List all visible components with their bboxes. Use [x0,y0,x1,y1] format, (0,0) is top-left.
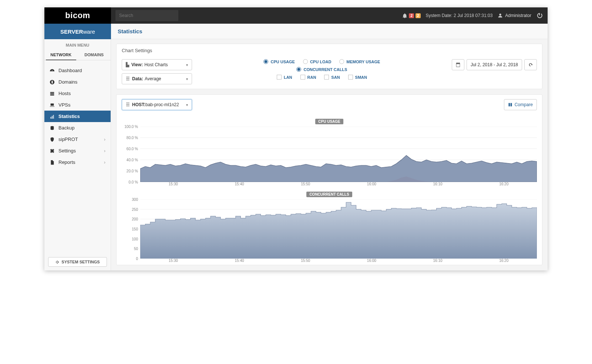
chart-cpu-usage: CPU USAGE0.0 %20.0 %40.0 %60.0 %80.0 %10… [117,115,542,188]
metric-mem-usage[interactable]: MEMORY USAGE [339,59,380,64]
sidebar-item-label: Settings [58,148,76,154]
search-box[interactable] [115,10,178,21]
notifications[interactable]: 2 2 [402,13,420,18]
user-icon [498,13,503,18]
y-tick: 100 [132,237,138,241]
laptop-icon [50,102,55,108]
server-icon: ☰ [126,102,130,107]
subheader: SERVERware Statistics [44,24,548,39]
y-tick: 20.0 % [127,169,138,173]
user-menu[interactable]: Administrator [498,13,531,18]
sidebar-item-label: Hosts [58,91,71,96]
system-settings-button[interactable]: SYSTEM SETTINGS [48,257,107,267]
metric-cpu-usage[interactable]: CPU USAGE [263,59,295,64]
x-tick: 16:00 [339,259,405,263]
user-name: Administrator [505,13,531,18]
chevron-right-icon: › [104,148,105,154]
sidebar-item-vpss[interactable]: VPSs [44,99,111,111]
topbar: bicom 2 2 System Date: 2 Jul 2018 07:31:… [44,7,548,24]
compare-icon [508,102,512,107]
chart-settings-title: Chart Settings [117,44,542,55]
chart-title: CPU USAGE [315,119,343,124]
refresh-icon [528,62,533,67]
notif-badge-b: 2 [416,13,421,18]
sidebar-tab-network[interactable]: NETWORK [44,50,78,60]
x-tick: 15:50 [272,259,339,263]
power-icon[interactable] [536,13,542,18]
x-tick: 16:10 [405,259,471,263]
sidebar-item-hosts[interactable]: Hosts [44,88,111,99]
y-tick: 300 [132,198,138,202]
sidebar-item-backup[interactable]: Backup [44,122,111,134]
charts-panel: ☰ HOST:bab-proc-ml1n22 ▾ Compare CPU USA… [116,94,542,265]
sidebar-item-label: Domains [58,79,77,85]
x-tick: 16:00 [339,182,405,186]
net-sman[interactable]: SMAN [348,75,367,80]
notif-badge-a: 2 [409,13,414,18]
gear-icon [55,260,59,264]
sidebar-item-sipprot[interactable]: sipPROT› [44,134,111,145]
sidebar-item-settings[interactable]: Settings› [44,145,111,156]
sidebar-item-dashboard[interactable]: Dashboard [44,65,111,76]
sidebar-item-label: sipPROT [58,136,78,142]
cogs-icon [50,148,55,154]
db-icon [50,125,55,131]
net-san[interactable]: SAN [324,75,340,80]
x-axis: 15:3015:4015:5016:0016:1016:20 [140,182,537,186]
x-tick: 15:30 [140,182,206,186]
net-lan[interactable]: LAN [277,75,292,80]
app-frame: bicom 2 2 System Date: 2 Jul 2018 07:31:… [44,7,548,270]
brand-logo-text: bicom [65,11,90,20]
server-icon [50,91,55,96]
content: Chart Settings ▙ View: Host Charts ▾ ☰ [111,39,548,270]
system-date: System Date: 2 Jul 2018 07:31:03 [426,13,493,18]
sidebar-item-label: VPSs [58,102,71,108]
sidebar-tab-domains[interactable]: DOMAINS [78,50,111,60]
sidebar-item-label: Reports [58,159,75,165]
x-tick: 16:10 [405,182,471,186]
host-select[interactable]: ☰ HOST:bab-proc-ml1n22 ▾ [122,99,192,110]
refresh-button[interactable] [524,59,537,70]
brand-logo: bicom [44,7,111,24]
chevron-down-icon: ▾ [186,63,188,67]
metric-concurrent-calls[interactable]: CONCURRENT CALLS [296,67,347,72]
chevron-right-icon: › [104,137,105,142]
y-tick: 50 [134,247,138,251]
y-tick: 200 [132,217,138,221]
sidebar-item-statistics[interactable]: Statistics [44,111,111,122]
chevron-down-icon: ▾ [186,77,188,81]
data-select[interactable]: ☰ Data: Average ▾ [122,73,192,84]
y-axis: 0.0 %20.0 %40.0 %60.0 %80.0 %100.0 % [122,127,140,182]
chevron-down-icon: ▾ [186,103,188,107]
chart-settings-panel: Chart Settings ▙ View: Host Charts ▾ ☰ [116,44,542,89]
chart-area-icon: ▙ [126,62,129,67]
y-tick: 40.0 % [127,158,138,162]
x-tick: 15:50 [272,182,339,186]
chart-title: CONCURRENT CALLS [306,192,352,197]
x-tick: 15:40 [206,259,273,263]
y-tick: 60.0 % [127,147,138,151]
y-tick: 250 [132,207,138,211]
y-tick: 100.0 % [124,125,138,129]
x-tick: 16:20 [471,259,537,263]
sidebar-item-reports[interactable]: Reports› [44,156,111,168]
shield-icon [50,137,55,142]
sliders-icon: ☰ [126,76,130,81]
x-axis: 15:3015:4015:5016:0016:1016:20 [140,259,537,263]
date-range[interactable]: Jul 2, 2018 - Jul 2, 2018 [467,59,522,70]
compare-button[interactable]: Compare [504,99,537,110]
net-ran[interactable]: RAN [300,75,316,80]
view-select[interactable]: ▙ View: Host Charts ▾ [122,59,192,70]
calendar-button[interactable] [452,59,464,70]
y-tick: 0.0 % [128,180,138,184]
sidebar-section-label: MAIN MENU [44,39,111,50]
y-axis: 050100150200250300 [122,199,140,259]
sidebar-item-label: Statistics [58,114,80,119]
sidebar-item-domains[interactable]: Domains [44,76,111,88]
metric-cpu-load[interactable]: CPU LOAD [303,59,331,64]
sidebar-item-label: Dashboard [58,68,82,73]
search-input[interactable] [119,13,175,18]
chart-concurrent-calls: CONCURRENT CALLS05010015020025030015:301… [117,188,542,265]
bell-icon [402,13,407,18]
y-tick: 0 [136,257,138,261]
